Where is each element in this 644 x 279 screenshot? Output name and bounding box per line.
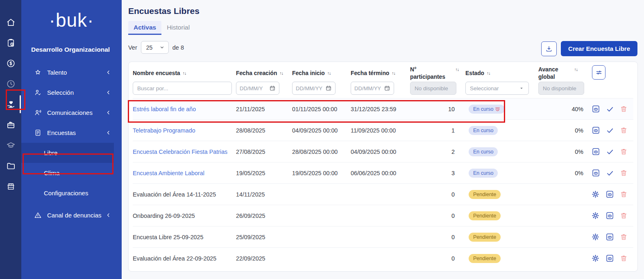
tab-historial[interactable]: Historial xyxy=(161,21,195,35)
trash-icon[interactable] xyxy=(620,212,628,220)
row-actions xyxy=(584,105,633,113)
eye-icon[interactable] xyxy=(592,105,600,113)
app-window: ·buk· Desarrollo Organizacional TalentoS… xyxy=(0,0,644,279)
sidebar-item-encuestas[interactable]: Encuestas xyxy=(21,123,122,143)
fecha-termino-cell: 06/06/2025 00:00 xyxy=(351,170,410,176)
fecha-termino-filter[interactable]: DD/MM/YY xyxy=(351,82,394,95)
trash-icon[interactable] xyxy=(620,105,628,113)
sidebar-item-canal-de-denuncias[interactable]: Canal de denuncias xyxy=(21,205,122,225)
storefront-icon[interactable] xyxy=(0,176,21,197)
folder-icon[interactable] xyxy=(0,156,21,176)
check-icon[interactable] xyxy=(606,169,614,177)
avance-cell: 0% xyxy=(538,149,584,155)
trash-icon[interactable] xyxy=(620,169,628,177)
fecha-creacion-filter[interactable]: DD/MM/Y xyxy=(236,82,279,95)
gear-icon[interactable] xyxy=(591,190,600,199)
survey-name-link[interactable]: Estrés laboral fin de año xyxy=(133,106,236,112)
column-header-fecha-creacion[interactable]: Fecha creación↑↓ xyxy=(236,70,292,77)
column-header-nombre-encuesta[interactable]: Nombre encuesta↑↓ xyxy=(133,70,236,77)
calendar-icon xyxy=(269,85,276,91)
dollar-circle-icon[interactable] xyxy=(0,53,21,73)
gear-icon[interactable] xyxy=(591,233,600,241)
star-icon xyxy=(34,69,42,77)
chevron-collapse-icon xyxy=(106,110,111,115)
home-icon[interactable] xyxy=(0,12,21,32)
hand-heart-icon[interactable] xyxy=(0,94,21,114)
survey-name-link[interactable]: Teletrabajo Programado xyxy=(133,127,236,134)
sort-icon: ↑↓ xyxy=(327,71,331,76)
column-header-avance-global[interactable]: Avance global↑↓ xyxy=(538,66,584,81)
chevron-down-icon xyxy=(159,45,165,50)
table-body: Estrés laboral fin de año21/11/202501/11… xyxy=(133,98,633,269)
sidebar-item-clima[interactable]: Clima xyxy=(21,163,122,183)
sidebar-menu: TalentoSelecciónComunicacionesEncuestasL… xyxy=(21,62,122,225)
column-header-label: Fecha término xyxy=(351,70,389,77)
participantes-cell: 1 xyxy=(410,127,465,134)
sidebar-item-libre[interactable]: Libre xyxy=(21,143,114,163)
sort-icon: ↑↓ xyxy=(279,71,283,76)
row-actions xyxy=(584,233,633,241)
pager-total-label: de 8 xyxy=(172,44,184,51)
eye-icon[interactable] xyxy=(592,169,600,177)
clock-icon[interactable] xyxy=(0,73,21,94)
fecha-inicio-cell: 04/09/2025 00:00 xyxy=(292,127,351,134)
column-settings-button[interactable] xyxy=(592,65,605,80)
check-icon[interactable] xyxy=(606,126,614,135)
check-icon[interactable] xyxy=(606,148,614,156)
participantes-cell: 10 xyxy=(410,106,465,112)
chevron-collapse-icon xyxy=(106,70,111,75)
fecha-creacion-cell: 25/09/2025 xyxy=(236,234,292,240)
sort-icon: ↑↓ xyxy=(183,71,186,76)
survey-name-link[interactable]: Encuesta Ambiente Laboral xyxy=(133,170,236,176)
gear-icon[interactable] xyxy=(591,254,600,263)
column-header-fecha-termino[interactable]: Fecha término↑↓ xyxy=(351,70,410,77)
clipboard-clock-icon[interactable] xyxy=(0,32,21,53)
column-header-fecha-inicio[interactable]: Fecha inicio↑↓ xyxy=(292,70,351,77)
download-button[interactable] xyxy=(541,41,557,56)
column-header-n-participantes[interactable]: N° participantes↑↓ xyxy=(410,66,465,81)
fecha-inicio-cell: 19/05/2025 00:00 xyxy=(292,170,351,176)
eye-icon[interactable] xyxy=(592,147,600,156)
check-icon[interactable] xyxy=(606,105,614,113)
gear-icon[interactable] xyxy=(591,211,600,220)
create-survey-button[interactable]: Crear Encuesta Libre xyxy=(561,41,637,56)
warning-icon xyxy=(34,211,42,220)
buk-logo: ·buk· xyxy=(21,9,122,31)
toolbar: Crear Encuesta Libre xyxy=(541,41,637,56)
estado-filter-select[interactable]: Seleccionar xyxy=(465,82,529,95)
page-title: Encuestas Libres xyxy=(128,6,644,16)
avance-filter-disabled: No disponible xyxy=(538,82,584,95)
avance-cell: 40% xyxy=(538,106,584,112)
status-badge: Pendiente xyxy=(469,211,501,220)
sort-icon: ↑↓ xyxy=(456,67,459,73)
sidebar-item-talento[interactable]: Talento xyxy=(21,62,122,82)
trash-icon[interactable] xyxy=(620,126,628,134)
estado-cell: En curso xyxy=(465,126,538,135)
graduation-cap-icon[interactable] xyxy=(0,135,21,156)
sort-icon: ↑↓ xyxy=(574,67,578,73)
eye-icon[interactable] xyxy=(592,126,600,135)
sidebar-item-comunicaciones[interactable]: Comunicaciones xyxy=(21,103,122,123)
sidebar-item-label: Comunicaciones xyxy=(47,109,93,116)
fecha-inicio-filter[interactable]: DD/MM/YY xyxy=(292,82,336,95)
sidebar-item-seleccion[interactable]: Selección xyxy=(21,82,122,103)
eye-icon[interactable] xyxy=(605,254,614,263)
estado-cell: Pendiente xyxy=(465,190,538,199)
page-size-select[interactable]: 25 xyxy=(141,41,169,54)
sidebar-item-configuraciones[interactable]: Configuraciones xyxy=(21,183,122,203)
briefcase-icon[interactable] xyxy=(0,114,21,135)
trash-icon[interactable] xyxy=(620,190,628,198)
eye-icon[interactable] xyxy=(605,190,614,199)
row-actions xyxy=(584,147,633,156)
trash-icon[interactable] xyxy=(620,254,628,262)
row-actions xyxy=(584,211,633,220)
eye-icon[interactable] xyxy=(605,211,614,220)
eye-icon[interactable] xyxy=(605,233,614,241)
tab-activas[interactable]: Activas xyxy=(128,21,161,35)
search-input[interactable] xyxy=(133,82,232,95)
column-header-estado[interactable]: Estado↑↓ xyxy=(465,70,538,77)
trash-icon[interactable] xyxy=(620,148,628,156)
trash-icon[interactable] xyxy=(620,233,628,241)
main-content: Encuestas Libres Activas Historial Ver 2… xyxy=(122,0,644,279)
survey-name-link[interactable]: Encuesta Celebración Fiesta Patrias xyxy=(133,149,236,155)
